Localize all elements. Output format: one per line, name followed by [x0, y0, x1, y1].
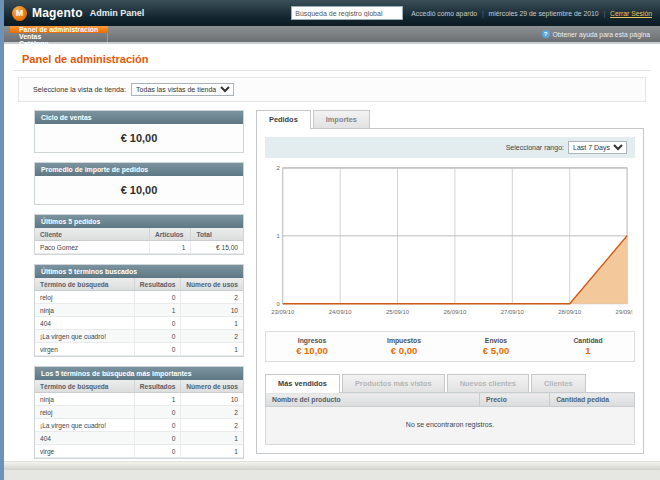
column-header: Resultados [134, 380, 181, 393]
magento-logo-icon: M [12, 6, 27, 21]
average-orders-title: Promedio de importe de pedidos [35, 163, 243, 176]
global-search-input[interactable] [291, 6, 403, 20]
stat-label: Cantidad [542, 337, 634, 344]
nav-item-1[interactable]: Ventas [10, 33, 108, 40]
svg-text:24/09/10: 24/09/10 [329, 309, 353, 315]
last-search-terms-title: Últimos 5 términos buscados [35, 265, 243, 278]
last-search-terms-box: Últimos 5 términos buscados Término de b… [34, 264, 244, 357]
table-cell: ¡La virgen que cuadro! [35, 330, 134, 343]
column-header: Total [191, 228, 243, 241]
table-cell: 10 [181, 393, 243, 406]
window-edge-strip [0, 0, 4, 480]
orders-area-chart: 01223/09/1024/09/1025/09/1026/09/1027/09… [267, 164, 633, 319]
table-cell: ¡La virgen que cuadro! [35, 419, 134, 432]
column-header: Número de usos [181, 278, 243, 291]
current-date: miércoles 29 de septiembre de 2010 [489, 10, 599, 17]
stat-1: Impuestos€ 0,00 [358, 337, 450, 356]
stat-value: € 5,00 [450, 345, 542, 356]
divider [14, 70, 650, 71]
table-row: reloj02 [35, 406, 243, 419]
table-cell: ninja [35, 304, 134, 317]
table-row: virge01 [35, 445, 243, 458]
stat-3: Cantidad1 [542, 337, 634, 356]
svg-text:26/09/10: 26/09/10 [443, 309, 467, 315]
svg-text:27/09/10: 27/09/10 [501, 309, 525, 315]
no-records-message: No se encontraron registros. [265, 407, 635, 445]
column-header: Resultados [134, 278, 181, 291]
top-header: M Magento Admin Panel Accedió como apard… [4, 0, 660, 26]
last-orders-title: Últimos 5 pedidos [35, 215, 243, 228]
products-column-header: Nombre del producto [266, 393, 480, 407]
last-orders-box: Últimos 5 pedidos ClienteArtículosTotalP… [34, 214, 244, 255]
table-cell: 10 [181, 304, 243, 317]
store-view-label: Seleccione la vista de tienda: [33, 85, 126, 94]
page-help-link[interactable]: ? Obtener ayuda para esta página [542, 26, 660, 42]
bottom-tabs: Más vendidosProductos más vistosNuevos c… [265, 374, 635, 392]
table-row: reloj02 [35, 291, 243, 304]
help-icon: ? [542, 30, 550, 38]
stat-value: € 0,00 [358, 345, 450, 356]
table-cell: 2 [181, 330, 243, 343]
svg-text:23/09/10: 23/09/10 [271, 309, 295, 315]
dashboard-right-column: PedidosImportes Seleccionar rango: Last … [256, 110, 644, 468]
table-cell: 1 [134, 393, 181, 406]
table-row: ninja110 [35, 304, 243, 317]
lifetime-sales-box: Ciclo de ventas € 10,00 [34, 110, 244, 153]
table-row: Paco Gomez1€ 15,00 [35, 241, 243, 254]
table-cell: virgen [35, 343, 134, 356]
bottom-tab-2: Nuevos clientes [447, 374, 529, 392]
table-cell: ninja [35, 393, 134, 406]
range-selector-bar: Seleccionar rango: Last 7 Days [265, 137, 635, 158]
svg-text:25/09/10: 25/09/10 [386, 309, 410, 315]
table-row: ninja110 [35, 393, 243, 406]
products-grid: Nombre del productoPrecioCantidad pedida… [265, 392, 635, 445]
table-row: 40401 [35, 432, 243, 445]
table-cell: reloj [35, 406, 134, 419]
column-header: Número de usos [181, 380, 243, 393]
stat-value: € 10,00 [266, 345, 358, 356]
top-search-terms-table: Término de búsquedaResultadosNúmero de u… [35, 380, 243, 458]
chart-tab-0[interactable]: Pedidos [256, 110, 311, 128]
table-cell: reloj [35, 291, 134, 304]
bottom-tab-1: Productos más vistos [342, 374, 445, 392]
column-header: Artículos [149, 228, 191, 241]
logo-subtitle: Admin Panel [90, 8, 145, 18]
average-orders-box: Promedio de importe de pedidos € 10,00 [34, 162, 244, 205]
logo-name: Magento [32, 6, 83, 20]
user-info-area: Accedió como apardo | miércoles 29 de se… [411, 10, 652, 17]
lifetime-sales-title: Ciclo de ventas [35, 111, 243, 124]
page-title: Panel de administración [22, 53, 642, 65]
bottom-tab-3: Clientes [531, 374, 586, 392]
lifetime-sales-value: € 10,00 [35, 124, 243, 152]
table-cell: 2 [181, 406, 243, 419]
svg-text:28/09/10: 28/09/10 [558, 309, 582, 315]
table-row: ¡La virgen que cuadro!02 [35, 330, 243, 343]
nav-item-0[interactable]: Panel de administración [10, 26, 108, 33]
stat-label: Ingresos [266, 337, 358, 344]
range-select[interactable]: Last 7 Days [568, 141, 627, 154]
chart-tab-1[interactable]: Importes [313, 110, 370, 128]
table-cell: 0 [134, 343, 181, 356]
help-label: Obtener ayuda para esta página [553, 31, 651, 38]
bottom-tab-0[interactable]: Más vendidos [265, 374, 340, 392]
table-row: virgen01 [35, 343, 243, 356]
table-cell: Paco Gomez [35, 241, 149, 254]
table-cell: 0 [134, 330, 181, 343]
magento-admin-app: M Magento Admin Panel Accedió como apard… [4, 0, 660, 480]
table-cell: 1 [149, 241, 191, 254]
store-view-select[interactable]: Todas las vistas de tienda [131, 83, 234, 96]
range-label: Seleccionar rango: [506, 144, 564, 151]
table-cell: virge [35, 445, 134, 458]
table-cell: 1 [181, 317, 243, 330]
svg-text:2: 2 [277, 165, 280, 171]
column-header: Término de búsqueda [35, 380, 134, 393]
table-cell: 2 [181, 419, 243, 432]
logout-link[interactable]: Cerrar Sesión [610, 10, 652, 17]
last-search-terms-table: Término de búsquedaResultadosNúmero de u… [35, 278, 243, 356]
chart-panel: Seleccionar rango: Last 7 Days 01223/09/… [256, 128, 644, 454]
store-view-switcher: Seleccione la vista de tienda: Todas las… [18, 77, 646, 102]
table-cell: 2 [181, 291, 243, 304]
table-cell: 404 [35, 432, 134, 445]
stat-2: Envíos€ 5,00 [450, 337, 542, 356]
table-cell: 0 [134, 406, 181, 419]
